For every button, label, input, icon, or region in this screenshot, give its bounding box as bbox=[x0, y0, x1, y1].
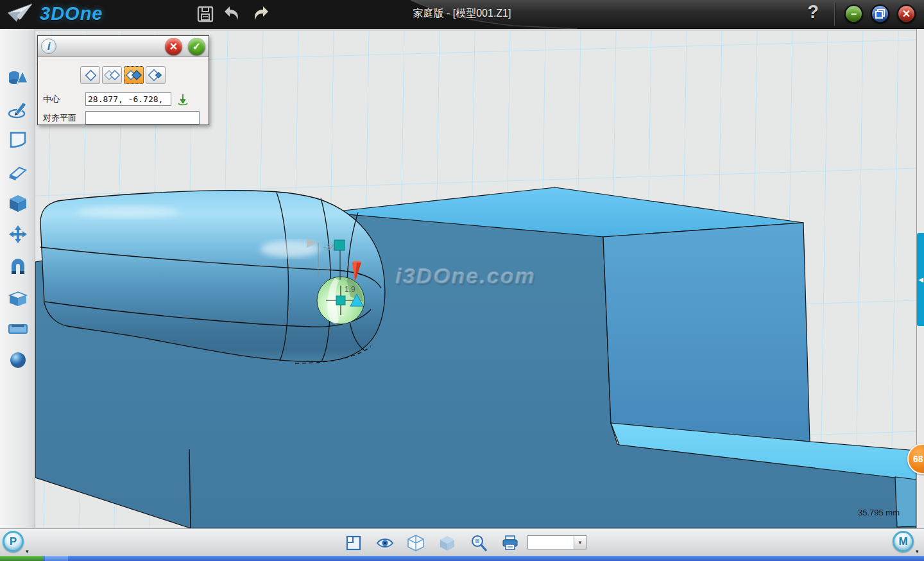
center-handle-square[interactable] bbox=[336, 296, 345, 305]
os-start-button[interactable] bbox=[0, 556, 44, 561]
dialog-cancel-button[interactable]: ✕ bbox=[165, 38, 182, 55]
sphere-icon bbox=[8, 350, 28, 370]
model-right-face[interactable] bbox=[603, 223, 810, 442]
magnet-icon bbox=[8, 257, 28, 277]
command-dialog: i ✕ ✓ bbox=[37, 35, 209, 125]
sidebar-item-render[interactable] bbox=[5, 347, 31, 373]
center-field-label: 中心 bbox=[43, 94, 85, 105]
sidebar-item-move[interactable] bbox=[5, 221, 31, 247]
dialog-header: i ✕ ✓ bbox=[38, 36, 209, 57]
application-window: 3DOne 家庭版 - [模型001.Z1] ? − bbox=[0, 0, 924, 561]
zoom-button[interactable] bbox=[469, 534, 488, 552]
drag-handle-square[interactable] bbox=[334, 240, 345, 250]
profile-menu-button[interactable]: P bbox=[3, 531, 24, 552]
pick-point-icon[interactable] bbox=[176, 93, 190, 106]
magnifier-icon bbox=[470, 535, 487, 551]
wireframe-cube-icon bbox=[407, 535, 424, 551]
sidebar-item-primitives[interactable] bbox=[5, 65, 31, 91]
depth-value-label: 1.9 bbox=[345, 285, 355, 294]
os-quicklaunch[interactable] bbox=[45, 556, 68, 561]
print-button[interactable] bbox=[501, 534, 520, 552]
sidebar-item-sketch[interactable] bbox=[5, 96, 31, 122]
view-layout-button[interactable] bbox=[344, 534, 363, 552]
dimension-label: 35.795 mm bbox=[858, 508, 900, 517]
center-field-row: 中心 bbox=[43, 92, 190, 106]
close-button[interactable]: ✕ bbox=[897, 4, 916, 23]
printer-icon bbox=[502, 535, 518, 551]
marker-value-label: -34 bbox=[323, 242, 336, 252]
dialog-confirm-button[interactable]: ✓ bbox=[188, 38, 205, 55]
align-field-label: 对齐平面 bbox=[43, 112, 85, 124]
view-layout-icon bbox=[346, 535, 361, 551]
sketch-pen-icon bbox=[8, 99, 28, 119]
sidebar-item-constraint[interactable] bbox=[5, 254, 31, 280]
titlebar-separator bbox=[834, 3, 835, 26]
move-arrows-icon bbox=[8, 225, 28, 244]
align-plane-input[interactable] bbox=[85, 111, 200, 125]
open-box-icon bbox=[8, 288, 28, 307]
restore-button[interactable] bbox=[871, 4, 889, 23]
option-double-diamond[interactable] bbox=[102, 66, 122, 84]
minimize-icon: − bbox=[851, 9, 857, 19]
capsule-specular-highlight2 bbox=[77, 205, 180, 218]
primitives-icon bbox=[8, 69, 28, 88]
option-single-diamond[interactable] bbox=[80, 66, 100, 84]
badge-number: 68 bbox=[913, 454, 923, 464]
cube-icon bbox=[8, 194, 28, 213]
close-icon: ✕ bbox=[902, 9, 911, 19]
sidebar-item-trim[interactable] bbox=[5, 160, 31, 186]
eraser-icon bbox=[8, 164, 28, 182]
minimize-button[interactable]: − bbox=[844, 4, 863, 23]
shaded-mode-button[interactable] bbox=[438, 534, 457, 552]
sidebar-item-special-shape[interactable] bbox=[5, 285, 31, 311]
option-diamond-inset[interactable] bbox=[146, 66, 166, 84]
sidebar-item-sketch-plane[interactable] bbox=[5, 127, 31, 153]
visibility-button[interactable] bbox=[375, 534, 395, 552]
mode-menu-button[interactable]: M bbox=[893, 531, 914, 552]
display-mode-select[interactable]: ▼ bbox=[527, 535, 586, 549]
mode-letter: M bbox=[898, 535, 907, 548]
center-input[interactable] bbox=[85, 92, 171, 106]
bottom-toolbar: P ▾ bbox=[0, 528, 924, 556]
align-field-row: 对齐平面 bbox=[43, 111, 200, 125]
profile-letter: P bbox=[10, 535, 17, 548]
eye-icon bbox=[376, 537, 394, 549]
option-diamond-pair-selected[interactable] bbox=[124, 66, 144, 84]
wireframe-mode-button[interactable] bbox=[406, 534, 425, 552]
sidebar-item-measure[interactable] bbox=[5, 316, 31, 341]
tool-sidebar bbox=[0, 29, 35, 528]
info-icon: i bbox=[41, 39, 56, 54]
os-taskbar[interactable] bbox=[0, 556, 924, 561]
restore-icon bbox=[875, 9, 885, 19]
title-bar: 3DOne 家庭版 - [模型001.Z1] ? − bbox=[0, 0, 924, 29]
collapse-arrow-icon: ◀ bbox=[918, 276, 923, 283]
window-title: 家庭版 - [模型001.Z1] bbox=[0, 7, 924, 21]
select-arrow-icon: ▼ bbox=[574, 536, 586, 549]
model-step-side-face[interactable] bbox=[895, 477, 916, 527]
help-button[interactable]: ? bbox=[803, 1, 823, 27]
profile-menu-arrow[interactable]: ▾ bbox=[26, 548, 29, 555]
ruler-icon bbox=[8, 321, 28, 336]
panel-expand-tab[interactable]: ◀ bbox=[917, 233, 924, 326]
plane-icon bbox=[8, 130, 28, 150]
sidebar-item-feature[interactable] bbox=[5, 191, 31, 216]
hole-type-options bbox=[80, 66, 166, 84]
mode-menu-arrow[interactable]: ▾ bbox=[916, 548, 919, 555]
shaded-cube-icon bbox=[439, 535, 456, 551]
